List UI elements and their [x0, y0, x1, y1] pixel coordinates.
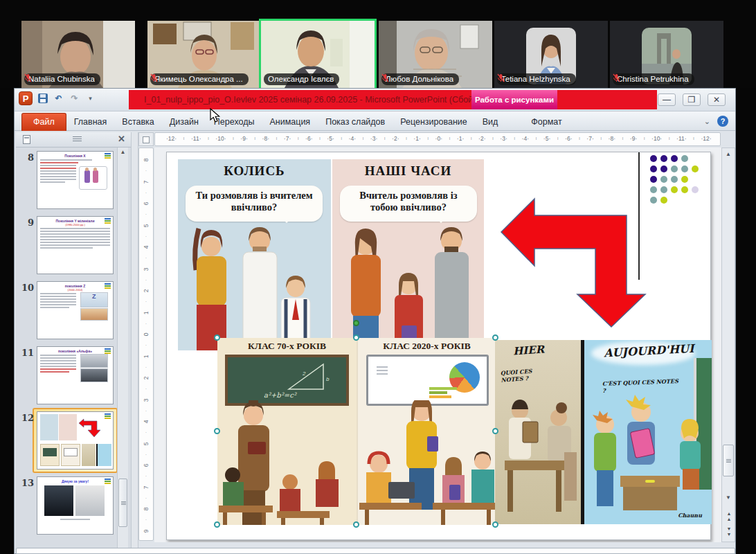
slide-page[interactable]: КОЛИСЬ Ти розмовляв із вчителем ввічливо… — [166, 152, 711, 540]
slide-thumbnail-11[interactable]: покоління «Альфа» — [37, 346, 114, 404]
cartoon-hier-header: HIER — [512, 343, 544, 357]
video-tile-participant-6[interactable]: Christina Petrukhina — [610, 21, 723, 88]
powerpoint-logo-icon[interactable]: P — [19, 91, 33, 105]
tab-slideshow[interactable]: Показ слайдов — [318, 114, 393, 131]
thumb-panel-then — [40, 414, 58, 440]
slide-number: 9 — [21, 217, 34, 228]
save-icon[interactable] — [37, 93, 48, 105]
vertical-ruler-numbers: 8·7·6·5·4·3·2·1·0·1·2·3·4·5·6·7·8·9 — [139, 157, 153, 535]
slides-tab-icon[interactable] — [23, 135, 30, 144]
cartoon-hier-bubble: QUOI CES NOTES ? — [500, 366, 556, 384]
slide-editor-canvas: КОЛИСЬ Ти розмовляв із вчителем ввічливо… — [154, 148, 721, 542]
panel-scrollbar[interactable]: ▲ — [117, 148, 128, 553]
scrollbar-thumb[interactable] — [723, 445, 734, 476]
slide-thumbnail-13[interactable]: Дякую за увагу! — [37, 476, 114, 535]
participant-4-name: Любов Дольнікова — [386, 75, 453, 83]
selection-handle-mid-right[interactable] — [492, 428, 498, 434]
panel-then-figures — [178, 222, 331, 350]
minimize-button[interactable]: — — [658, 93, 676, 106]
notes-pane[interactable] — [16, 548, 735, 554]
dots-pattern — [650, 155, 702, 207]
selection-handle-top-center[interactable] — [353, 334, 359, 341]
svg-text:b: b — [326, 376, 330, 382]
video-tile-participant-5[interactable]: Tetiana Helzhynska — [494, 21, 608, 88]
thumb-image — [79, 353, 109, 382]
classroom-70s: КЛАС 70-х РОКІВ 2 b a²+b²=c² — [217, 338, 357, 525]
rotation-handle[interactable] — [353, 320, 359, 326]
slide-thumbnail-8[interactable]: Покоління X — [37, 151, 114, 209]
scroll-up-icon[interactable]: ▲ — [722, 151, 735, 157]
undo-icon[interactable]: ↶ — [53, 93, 64, 105]
slide-picture-families[interactable]: КОЛИСЬ Ти розмовляв із вчителем ввічливо… — [178, 159, 484, 350]
slide-number: 13 — [21, 478, 34, 488]
horizontal-ruler-numbers: ·12·ı·11·ı·10·ı·9·ı·8·ı·7·ı·6·ı·5·ı·4·ı·… — [166, 135, 712, 142]
outline-tab-icon[interactable] — [73, 135, 82, 144]
scroll-down-icon[interactable]: ▼ — [722, 494, 735, 501]
video-tile-participant-4[interactable]: Любов Дольнікова — [379, 21, 492, 88]
slide-thumbnail-9[interactable]: Покоління Y міленіали (1980-2000 рр.) — [37, 216, 114, 274]
thumb-class70 — [40, 444, 60, 466]
title-bar: P ↶ ↷ ▾ I_01_nulp_ippo_pio_O.Ievlev 2025… — [15, 89, 735, 111]
panel-splitter[interactable] — [131, 132, 138, 553]
logo-mark-icon — [105, 283, 111, 292]
tab-view[interactable]: Вид — [475, 114, 506, 131]
mic-muted-icon — [24, 73, 32, 82]
powerpoint-window: P ↶ ↷ ▾ I_01_nulp_ippo_pio_O.Ievlev 2025… — [14, 88, 736, 554]
ruler-corner — [138, 132, 154, 146]
close-button[interactable]: ✕ — [708, 93, 726, 106]
logo-mark-icon — [105, 413, 111, 422]
participant-1-name: Nataliia Chubinska — [28, 75, 95, 83]
mouse-cursor — [210, 108, 222, 123]
participant-2-name: Якимець Олександра ... — [154, 75, 243, 83]
cartoon-signature: Chaunu — [678, 512, 702, 519]
scroll-up-icon[interactable]: ▲ — [118, 149, 128, 155]
maximize-button[interactable]: ❐ — [683, 93, 701, 106]
help-icon[interactable]: ? — [717, 116, 728, 127]
slide-template-line — [638, 152, 640, 280]
thumb-image — [75, 485, 105, 516]
tab-file[interactable]: Файл — [21, 113, 66, 131]
selection-handle-bottom-left[interactable] — [214, 521, 220, 528]
slide-picture-classrooms-selected[interactable]: КЛАС 70-х РОКІВ 2 b a²+b²=c² — [217, 338, 496, 525]
cartoon-aujourdhui: AUJOURD'HUI C'EST QUOI CES NOTES ? — [584, 340, 712, 524]
redo-icon[interactable]: ↷ — [69, 93, 80, 105]
next-slide-button[interactable]: ▼ ▼ — [722, 526, 735, 537]
video-tile-participant-3-active-speaker[interactable]: Олександр Ієвлєв — [261, 21, 375, 88]
tab-design[interactable]: Дизайн — [162, 114, 206, 131]
collapse-ribbon-icon[interactable]: ⌄ — [704, 117, 710, 126]
board-formula: a²+b²=c² — [264, 391, 296, 399]
mic-muted-icon — [613, 73, 620, 82]
selection-handle-top-right[interactable] — [492, 334, 498, 341]
vertical-scrollbar[interactable]: ▲ ▼ ▲ ▲ ▼ ▼ — [721, 148, 735, 542]
participant-5-name-tag: Tetiana Helzhynska — [497, 73, 576, 85]
participant-1-name-tag: Nataliia Chubinska — [24, 73, 100, 85]
selection-handle-bottom-right[interactable] — [492, 521, 498, 528]
video-tile-participant-2[interactable]: Якимець Олександра ... — [147, 21, 261, 88]
bar-chart-graphic — [429, 387, 457, 400]
slide-thumbnail-10[interactable]: покоління Z (2000-2014) Z — [37, 281, 114, 339]
slide-number: 10 — [21, 283, 34, 293]
selection-handle-bottom-center[interactable] — [353, 521, 359, 528]
slide-thumbnail-12-selected[interactable] — [37, 411, 114, 470]
selection-handle-mid-left[interactable] — [214, 428, 220, 434]
thumb-subtitle: (1980-2000 рр.) — [37, 223, 113, 226]
tab-format-contextual[interactable]: Формат — [523, 114, 569, 131]
horizontal-ruler: ·12·ı·11·ı·10·ı·9·ı·8·ı·7·ı·6·ı·5·ı·4·ı·… — [154, 132, 721, 146]
panel-close-icon[interactable]: ✕ — [118, 134, 125, 144]
tab-review[interactable]: Рецензирование — [393, 114, 475, 131]
selection-handle-top-left[interactable] — [214, 334, 220, 341]
participant-5-name: Tetiana Helzhynska — [501, 75, 570, 83]
qat-customize-icon[interactable]: ▾ — [84, 93, 96, 105]
previous-slide-button[interactable]: ▲ ▲ — [722, 511, 735, 522]
window-controls: — ❐ ✕ — [658, 93, 726, 106]
tab-home[interactable]: Главная — [66, 114, 115, 131]
panel-then: КОЛИСЬ Ти розмовляв із вчителем ввічливо… — [178, 159, 331, 350]
tab-animations[interactable]: Анимация — [262, 114, 318, 131]
panel-scrollbar-thumb[interactable] — [118, 479, 127, 527]
video-tile-participant-1[interactable]: Nataliia Chubinska — [21, 21, 135, 88]
tab-insert[interactable]: Вставка — [114, 114, 161, 131]
thumb-image: Z — [79, 292, 109, 321]
logo-mark-icon — [105, 348, 111, 357]
slide-picture-cartoons[interactable]: HIER QUOI CES NOTES ? — [495, 340, 712, 524]
window-title: I_01_nulp_ippo_pio_O.Ievlev 2025 семінар… — [129, 90, 657, 109]
